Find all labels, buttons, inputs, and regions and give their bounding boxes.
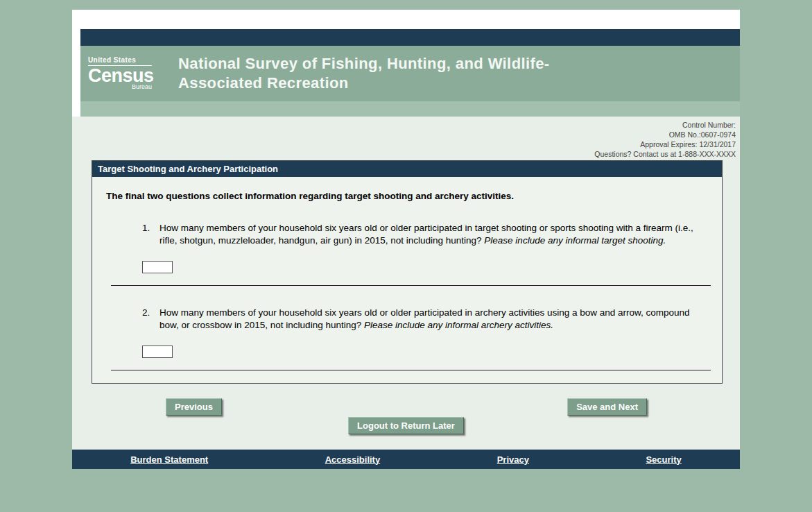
control-number-label: Control Number: bbox=[72, 120, 736, 130]
question-panel: Target Shooting and Archery Participatio… bbox=[92, 160, 723, 384]
question-1: 1. How many members of your household si… bbox=[92, 222, 722, 247]
question-2: 2. How many members of your household si… bbox=[92, 307, 722, 332]
survey-title: National Survey of Fishing, Hunting, and… bbox=[178, 54, 553, 93]
header-banner: United States Census Bureau National Sur… bbox=[80, 46, 740, 101]
omb-number-label: OMB No.:0607-0974 bbox=[72, 130, 736, 139]
census-logo: United States Census Bureau bbox=[88, 57, 152, 90]
logout-button-row: Logout to Return Later bbox=[72, 417, 740, 434]
main-content: Target Shooting and Archery Participatio… bbox=[72, 160, 740, 450]
desktop-background: { "header": { "logo": { "line1": "United… bbox=[0, 0, 812, 512]
question-1-input[interactable] bbox=[142, 261, 173, 273]
previous-button[interactable]: Previous bbox=[166, 398, 222, 416]
top-white-strip bbox=[72, 10, 740, 29]
logout-button[interactable]: Logout to Return Later bbox=[348, 417, 464, 434]
footer-link-burden-statement[interactable]: Burden Statement bbox=[130, 454, 208, 465]
census-logo-bureau: Bureau bbox=[132, 84, 152, 90]
panel-body: The final two questions collect informat… bbox=[92, 177, 722, 383]
question-1-number: 1. bbox=[142, 222, 159, 247]
button-row: Previous Save and Next bbox=[72, 398, 740, 416]
question-2-input[interactable] bbox=[142, 345, 173, 358]
question-2-number: 2. bbox=[142, 307, 159, 332]
survey-page: United States Census Bureau National Sur… bbox=[72, 10, 740, 469]
footer-link-security[interactable]: Security bbox=[646, 454, 681, 465]
header-sub-strip bbox=[80, 101, 740, 117]
footer-link-privacy[interactable]: Privacy bbox=[497, 454, 529, 465]
question-1-text-italic: Please include any informal target shoot… bbox=[484, 235, 666, 246]
census-logo-census: Census bbox=[88, 67, 152, 85]
save-and-next-button[interactable]: Save and Next bbox=[567, 398, 647, 416]
question-2-divider bbox=[111, 370, 711, 370]
omb-info-block: Control Number: OMB No.:0607-0974 Approv… bbox=[72, 117, 740, 160]
header-section: United States Census Bureau National Sur… bbox=[72, 29, 740, 117]
question-1-text: How many members of your household six y… bbox=[159, 222, 697, 247]
intro-text: The final two questions collect informat… bbox=[106, 191, 708, 201]
contact-questions-label: Questions? Contact us at 1-888-XXX-XXXX bbox=[72, 149, 736, 159]
footer-link-accessibility[interactable]: Accessibility bbox=[325, 454, 381, 465]
question-1-divider bbox=[111, 285, 711, 286]
footer-bar: Burden Statement Accessibility Privacy S… bbox=[72, 450, 740, 469]
panel-title: Target Shooting and Archery Participatio… bbox=[92, 161, 722, 177]
approval-expires-label: Approval Expires: 12/31/2017 bbox=[72, 139, 736, 149]
top-navy-bar bbox=[80, 29, 740, 46]
question-2-text-italic: Please include any informal archery acti… bbox=[364, 320, 553, 330]
question-2-text: How many members of your household six y… bbox=[159, 307, 697, 332]
